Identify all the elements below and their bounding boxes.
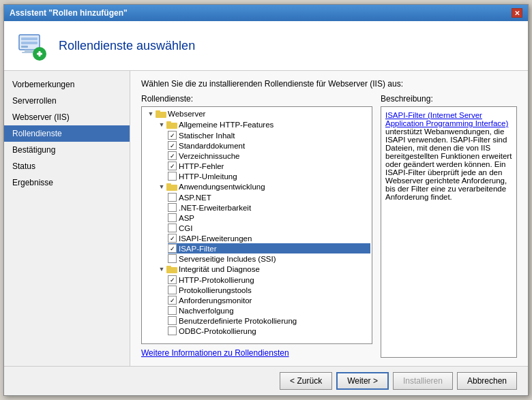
label-cgi: CGI [179, 224, 192, 232]
sidebar-item-vorbemerkungen[interactable]: Vorbemerkungen [4, 76, 130, 93]
sidebar-item-bestaetigung[interactable]: Bestätigung [4, 142, 130, 158]
tree-item-serverseitige-includes[interactable]: Serverseitige Includes (SSI) [168, 253, 370, 264]
svg-rect-4 [25, 50, 34, 52]
description-box: ISAPI-Filter (Internet Server Applicatio… [381, 106, 517, 358]
page-title: Rollendienste auswählen [59, 39, 195, 53]
tree-box[interactable]: ▼ Webserver ▼ Allgemeine HTTP-Features [141, 106, 372, 344]
tree-item-net-erweiterbarkeit[interactable]: .NET-Erweiterbarkeit [168, 202, 370, 213]
sidebar: Vorbemerkungen Serverrollen Webserver (I… [4, 71, 130, 366]
tree-item-http-umleitung[interactable]: HTTP-Umleitung [168, 171, 370, 181]
checkbox-http-fehler[interactable] [168, 161, 177, 170]
label-statischer-inhalt: Statischer Inhalt [179, 132, 235, 140]
beschreibung-label: Beschreibung: [381, 94, 517, 104]
tree-item-statischer-inhalt[interactable]: Statischer Inhalt [168, 130, 370, 140]
sidebar-item-serverrollen[interactable]: Serverrollen [4, 93, 130, 109]
checkbox-http-protokollierung[interactable] [168, 275, 177, 284]
label-asp-net: ASP.NET [179, 194, 211, 202]
checkbox-nachverfolgung[interactable] [168, 306, 177, 315]
checkbox-benutzerdefinierte-protokollierung[interactable] [168, 316, 177, 325]
cancel-button[interactable]: Abbrechen [457, 372, 517, 390]
label-net-erweiterbarkeit: .NET-Erweiterbarkeit [179, 204, 251, 212]
checkbox-statischer-inhalt[interactable] [168, 131, 177, 140]
tree-item-anforderungsmonitor[interactable]: Anforderungsmonitor [168, 295, 370, 305]
label-http-fehler: HTTP-Fehler [179, 162, 224, 170]
description-link[interactable]: ISAPI-Filter (Internet Server Applicatio… [385, 111, 508, 127]
sidebar-item-ergebnisse[interactable]: Ergebnisse [4, 174, 130, 191]
folder-icon-anwendung [166, 183, 177, 191]
checkbox-odbc-protokollierung[interactable] [168, 326, 177, 335]
folder-icon-webserver [156, 110, 166, 118]
label-allgemeine-http: Allgemeine HTTP-Features [179, 121, 274, 129]
info-link[interactable]: Weitere Informationen zu Rollendiensten [141, 348, 289, 358]
sidebar-item-webserver[interactable]: Webserver (IIS) [4, 109, 130, 125]
close-button[interactable]: ✕ [512, 8, 522, 18]
label-protokollierungstools: Protokollierungstools [179, 286, 252, 294]
sidebar-item-rollendienste[interactable]: Rollendienste [4, 125, 130, 142]
tree-item-http-fehler[interactable]: HTTP-Fehler [168, 161, 370, 171]
label-http-umleitung: HTTP-Umleitung [179, 172, 237, 181]
checkbox-standarddokument[interactable] [168, 141, 177, 150]
sidebar-item-status[interactable]: Status [4, 158, 130, 174]
instruction-text: Wählen Sie die zu installierenden Rollen… [141, 79, 517, 89]
label-anforderungsmonitor: Anforderungsmonitor [179, 296, 252, 305]
checkbox-cgi[interactable] [168, 224, 177, 232]
content-area: Vorbemerkungen Serverrollen Webserver (I… [4, 71, 528, 366]
tree-item-anwendungsentwicklung[interactable]: ▼ Anwendungsentwicklung [157, 181, 370, 192]
tree-item-nachverfolgung[interactable]: Nachverfolgung [168, 305, 370, 316]
expander-integritaet: ▼ [157, 264, 166, 274]
svg-rect-15 [166, 267, 177, 273]
next-button[interactable]: Weiter > [336, 372, 389, 390]
label-asp: ASP [179, 214, 194, 222]
label-isapi-filter: ISAP-Filter [179, 245, 217, 253]
tree-column: Rollendienste: ▼ Webserver ▼ Allgeme [141, 94, 372, 358]
wizard-icon [15, 29, 48, 62]
description-text: unterstützt Webanwendungen, die ISAPI ve… [385, 127, 512, 201]
tree-item-verzeichnissuche[interactable]: Verzeichnissuche [168, 151, 370, 161]
rollendienste-label: Rollendienste: [141, 94, 372, 104]
footer: < Zurück Weiter > Installieren Abbrechen [4, 366, 528, 395]
checkbox-asp[interactable] [168, 213, 177, 222]
tree-item-webserver[interactable]: ▼ Webserver [146, 108, 370, 119]
tree-item-isapi-filter[interactable]: ISAP-Filter [168, 243, 370, 253]
tree-item-http-protokollierung[interactable]: HTTP-Protokollierung [168, 275, 370, 285]
desc-column: Beschreibung: ISAPI-Filter (Internet Ser… [381, 94, 517, 358]
label-odbc-protokollierung: ODBC-Protokollierung [179, 327, 256, 335]
tree-item-allgemeine-http[interactable]: ▼ Allgemeine HTTP-Features [157, 119, 370, 130]
checkbox-protokollierungstools[interactable] [168, 286, 177, 294]
checkbox-asp-net[interactable] [168, 193, 177, 202]
svg-rect-9 [156, 112, 166, 118]
tree-item-isapi-erweiterungen[interactable]: ISAPI-Erweiterungen [168, 233, 370, 243]
checkbox-verzeichnissuche[interactable] [168, 151, 177, 160]
svg-rect-16 [166, 266, 171, 268]
expander-allgemeine: ▼ [157, 120, 166, 129]
tree-item-asp[interactable]: ASP [168, 213, 370, 223]
checkbox-net-erweiterbarkeit[interactable] [168, 203, 177, 212]
tree-item-cgi[interactable]: CGI [168, 223, 370, 233]
svg-rect-13 [166, 185, 177, 191]
info-link-area: Weitere Informationen zu Rollendiensten [141, 348, 372, 358]
tree-item-protokollierungstools[interactable]: Protokollierungstools [168, 285, 370, 295]
checkbox-isapi-filter[interactable] [168, 244, 177, 253]
tree-item-odbc-protokollierung[interactable]: ODBC-Protokollierung [168, 326, 370, 336]
back-button[interactable]: < Zurück [280, 372, 332, 390]
tree-item-standarddokument[interactable]: Standarddokument [168, 140, 370, 151]
folder-icon-allgemeine [166, 121, 177, 129]
title-bar: Assistent "Rollen hinzufügen" ✕ [4, 5, 528, 21]
checkbox-http-umleitung[interactable] [168, 172, 177, 181]
label-anwendungsentwicklung: Anwendungsentwicklung [179, 183, 265, 191]
tree-item-benutzerdefinierte-protokollierung[interactable]: Benutzerdefinierte Protokollierung [168, 316, 370, 326]
install-button[interactable]: Installieren [393, 372, 453, 390]
label-benutzerdefinierte-protokollierung: Benutzerdefinierte Protokollierung [179, 317, 297, 325]
checkbox-serverseitige-includes[interactable] [168, 254, 177, 263]
svg-rect-12 [166, 121, 171, 123]
main-content: Wählen Sie die zu installierenden Rollen… [130, 71, 528, 366]
tree-item-integritaet[interactable]: ▼ Integrität und Diagnose [157, 264, 370, 275]
svg-rect-10 [156, 110, 160, 112]
svg-rect-14 [166, 183, 171, 185]
checkbox-isapi-erweiterungen[interactable] [168, 234, 177, 243]
checkbox-anforderungsmonitor[interactable] [168, 296, 177, 305]
title-bar-text: Assistent "Rollen hinzufügen" [10, 8, 128, 18]
tree-item-asp-net[interactable]: ASP.NET [168, 192, 370, 202]
label-nachverfolgung: Nachverfolgung [179, 307, 234, 315]
wizard-window: Assistent "Rollen hinzufügen" ✕ Rollendi… [3, 4, 529, 396]
